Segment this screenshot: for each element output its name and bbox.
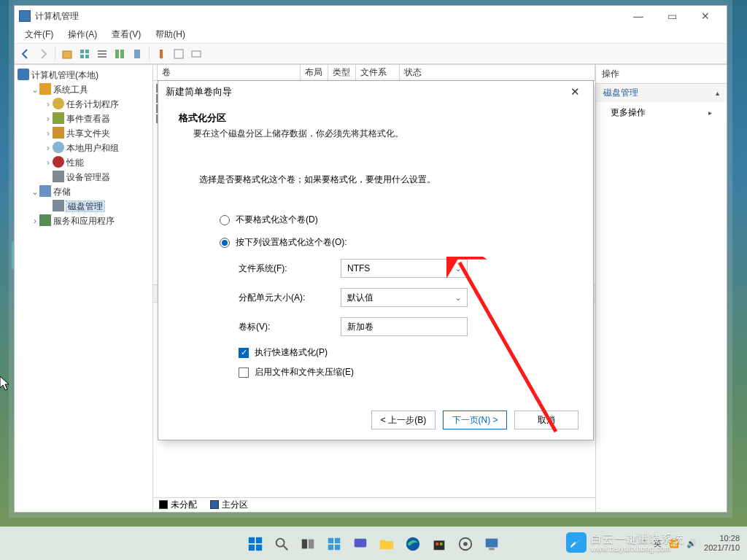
- computer-management-icon[interactable]: [481, 534, 502, 554]
- new-simple-volume-wizard: 新建简单卷向导 ✕ 格式化分区 要在这个磁盘分区上储存数据，你必须先将其格式化。…: [158, 80, 594, 440]
- tree-device-mgr[interactable]: 设备管理器: [66, 172, 110, 182]
- menubar: 文件(F) 操作(A) 查看(V) 帮助(H): [15, 26, 727, 44]
- settings-icon[interactable]: [455, 534, 476, 554]
- chat-icon[interactable]: [350, 534, 371, 554]
- legend: 未分配 主分区: [153, 497, 595, 512]
- svg-point-33: [463, 542, 468, 546]
- actions-header: 操作: [596, 65, 727, 84]
- wizard-titlebar[interactable]: 新建简单卷向导 ✕: [158, 81, 593, 103]
- clock-icon: [53, 98, 64, 109]
- tree-sys-tools[interactable]: 系统工具: [53, 85, 88, 95]
- props-icon[interactable]: [153, 46, 169, 62]
- compress-checkbox[interactable]: 启用文件和文件夹压缩(E): [239, 366, 576, 378]
- back-button[interactable]: < 上一步(B): [371, 411, 436, 429]
- tree-root[interactable]: 计算机管理(本地): [31, 70, 98, 80]
- volume-list-header: 卷 布局 类型 文件系统 状态: [153, 65, 595, 81]
- label-volume-label: 卷标(V):: [239, 321, 341, 333]
- forward-button-icon[interactable]: [35, 46, 51, 62]
- actions-section[interactable]: 磁盘管理 ▴: [596, 84, 727, 102]
- view-icon[interactable]: [77, 46, 93, 62]
- minimize-button[interactable]: —: [622, 6, 655, 26]
- svg-rect-12: [174, 50, 183, 58]
- action-icon[interactable]: [171, 46, 187, 62]
- wizard-heading: 格式化分区: [179, 112, 576, 125]
- tree-storage[interactable]: 存储: [53, 187, 71, 197]
- maximize-button[interactable]: ▭: [655, 6, 689, 26]
- cursor-icon: [0, 376, 12, 394]
- actions-more[interactable]: 更多操作 ▸: [596, 102, 727, 123]
- radio-format[interactable]: 按下列设置格式化这个卷(O):: [220, 236, 576, 249]
- back-button-icon[interactable]: [18, 46, 34, 62]
- clock[interactable]: 10:28 2021/7/10: [704, 534, 740, 553]
- edge-icon[interactable]: [403, 534, 423, 554]
- watermark-logo-icon: [566, 532, 587, 553]
- svg-rect-6: [98, 53, 107, 55]
- svg-rect-17: [249, 544, 255, 550]
- svg-rect-1: [80, 50, 84, 53]
- col-layout[interactable]: 布局: [301, 65, 328, 80]
- actions-more-label: 更多操作: [611, 106, 646, 119]
- chevron-up-icon: ▴: [716, 89, 719, 97]
- col-filesystem[interactable]: 文件系统: [356, 65, 400, 80]
- store-icon[interactable]: [429, 534, 449, 554]
- event-icon: [53, 112, 64, 124]
- titlebar[interactable]: 计算机管理 — ▭ ✕: [15, 6, 727, 26]
- svg-rect-3: [80, 55, 84, 58]
- task-view-icon[interactable]: [298, 534, 318, 554]
- svg-rect-8: [115, 50, 119, 58]
- watermark-url: www.baiyunxitong.com: [591, 545, 684, 553]
- volume-label-value: 新加卷: [347, 321, 374, 333]
- menu-action[interactable]: 操作(A): [61, 27, 104, 42]
- col-status[interactable]: 状态: [400, 65, 595, 80]
- users-icon: [53, 141, 64, 153]
- svg-rect-16: [256, 537, 262, 542]
- start-button[interactable]: [245, 534, 266, 554]
- tree-pane[interactable]: 计算机管理(本地) ⌄系统工具 ›任务计划程序 ›事件查看器 ›共享文件夹 ›本…: [15, 65, 153, 512]
- close-button[interactable]: ✕: [689, 6, 722, 26]
- svg-rect-7: [98, 56, 107, 58]
- up-icon[interactable]: [59, 46, 75, 62]
- radio-no-format[interactable]: 不要格式化这个卷(D): [220, 214, 576, 226]
- tree-disk-mgmt[interactable]: 磁盘管理: [66, 201, 104, 211]
- tree-local-users[interactable]: 本地用户和组: [66, 143, 119, 153]
- menu-view[interactable]: 查看(V): [104, 27, 148, 42]
- tray-volume-icon[interactable]: 🔊: [686, 539, 697, 548]
- tree-shared-folders[interactable]: 共享文件夹: [66, 128, 110, 139]
- search-icon[interactable]: [271, 534, 292, 554]
- widgets-icon[interactable]: [324, 534, 344, 554]
- col-volume[interactable]: 卷: [158, 65, 301, 80]
- tree-task-scheduler[interactable]: 任务计划程序: [66, 99, 119, 109]
- share-icon: [53, 127, 64, 139]
- cancel-button[interactable]: 取消: [514, 411, 578, 429]
- svg-rect-24: [335, 537, 340, 542]
- quick-format-checkbox[interactable]: 执行快速格式化(P): [239, 346, 576, 359]
- close-button[interactable]: ✕: [564, 85, 586, 98]
- options-icon[interactable]: [94, 46, 110, 62]
- menu-help[interactable]: 帮助(H): [148, 27, 193, 42]
- explorer-icon[interactable]: [376, 534, 397, 554]
- svg-rect-25: [328, 544, 333, 549]
- help-icon[interactable]: [188, 46, 204, 62]
- refresh-icon[interactable]: [112, 46, 128, 62]
- clock-time: 10:28: [704, 534, 740, 543]
- tree-performance[interactable]: 性能: [66, 158, 84, 168]
- col-type[interactable]: 类型: [328, 65, 356, 80]
- menu-file[interactable]: 文件(F): [18, 27, 61, 42]
- device-icon: [53, 171, 64, 182]
- list-icon[interactable]: [129, 46, 145, 62]
- volume-label-input[interactable]: 新加卷: [341, 317, 468, 336]
- filesystem-select[interactable]: NTFS ⌄: [341, 259, 468, 278]
- svg-rect-15: [249, 537, 255, 542]
- next-button[interactable]: 下一页(N) >: [443, 411, 507, 429]
- chevron-right-icon: ▸: [708, 109, 712, 117]
- svg-rect-0: [63, 51, 71, 58]
- quick-format-label: 执行快速格式化(P): [255, 346, 328, 359]
- svg-rect-21: [302, 539, 307, 548]
- allocation-select[interactable]: 默认值 ⌄: [341, 288, 468, 307]
- wizard-subheading: 要在这个磁盘分区上储存数据，你必须先将其格式化。: [193, 128, 576, 140]
- tools-icon: [39, 83, 51, 95]
- wizard-title: 新建简单卷向导: [166, 85, 232, 98]
- svg-line-20: [284, 545, 288, 550]
- tree-services-apps[interactable]: 服务和应用程序: [53, 216, 115, 226]
- tree-event-viewer[interactable]: 事件查看器: [66, 114, 110, 124]
